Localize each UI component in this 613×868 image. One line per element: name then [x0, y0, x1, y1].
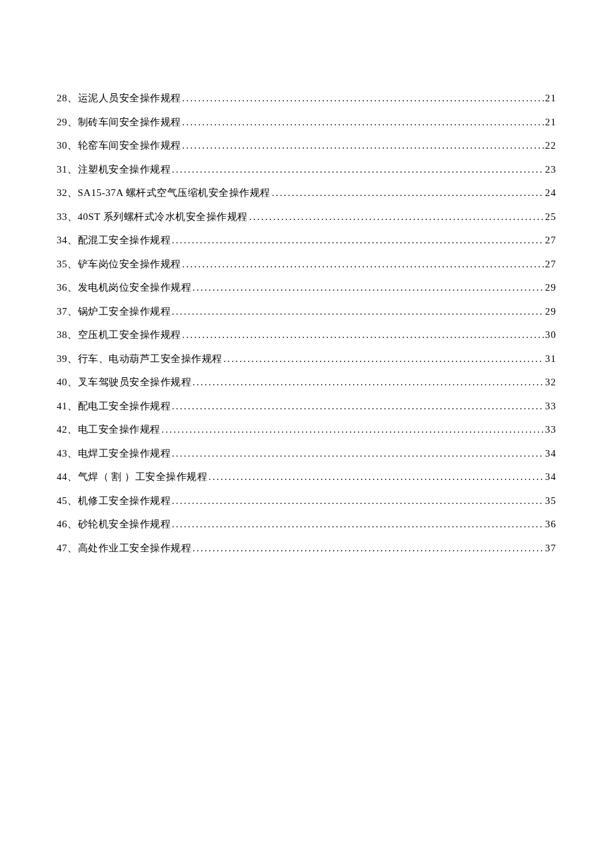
toc-entry-title: 注塑机安全操作规程 [78, 165, 171, 175]
toc-entry-title: 轮窑车间安全操作规程 [78, 141, 181, 151]
toc-entry-title: 气焊（ 割 ）工安全操作规程 [78, 472, 208, 482]
toc-entry-page: 27 [545, 259, 556, 269]
toc-entry-page: 22 [545, 141, 556, 151]
toc-entry-number: 43、 [57, 449, 78, 459]
toc-entry-title: 配电工安全操作规程 [78, 401, 171, 411]
toc-entry-page: 30 [545, 330, 556, 340]
toc-entry-page: 29 [545, 283, 556, 293]
toc-entry-number: 30、 [57, 141, 78, 151]
toc-entry-title: 配混工安全操作规程 [78, 235, 171, 245]
toc-entry-title: 行车、电动葫芦工安全操作规程 [78, 354, 223, 364]
toc-dots-leader [172, 165, 544, 175]
toc-entry-page: 21 [545, 117, 556, 127]
toc-entry: 32、SA15-37A 螺杆式空气压缩机安全操作规程 24 [57, 188, 556, 198]
toc-entry-number: 28、 [57, 93, 78, 103]
toc-entry: 33、40ST 系列螺杆式冷水机安全操作规程 25 [57, 212, 556, 222]
toc-dots-leader [249, 213, 544, 222]
toc-entry-title: 空压机工安全操作规程 [78, 330, 181, 340]
toc-entry: 42、电工安全操作规程33 [57, 425, 556, 435]
toc-entry: 38、空压机工安全操作规程30 [57, 330, 556, 340]
toc-entry-page: 29 [545, 307, 556, 317]
toc-entry-title: SA15-37A 螺杆式空气压缩机安全操作规程 [78, 188, 271, 198]
toc-entry-title: 电焊工安全操作规程 [78, 449, 171, 459]
toc-entry: 41、配电工安全操作规程33 [57, 401, 556, 411]
toc-entry-number: 34、 [57, 235, 78, 245]
toc-entry-title: 高处作业工安全操作规程 [78, 543, 192, 553]
toc-entry-number: 35、 [57, 259, 78, 269]
toc-dots-leader [183, 94, 544, 103]
toc-entry: 44、气焊（ 割 ）工安全操作规程34 [57, 472, 556, 482]
toc-entry-number: 41、 [57, 401, 78, 411]
table-of-contents: 28、运泥人员安全操作规程2129、制砖车间安全操作规程2130、轮窑车间安全操… [57, 93, 556, 553]
toc-entry-title: 叉车驾驶员安全操作规程 [78, 377, 192, 387]
toc-entry-title: 运泥人员安全操作规程 [78, 93, 181, 103]
toc-entry: 35、铲车岗位安全操作规程27 [57, 259, 556, 269]
toc-entry-page: 36 [545, 519, 556, 529]
toc-entry: 43、电焊工安全操作规程34 [57, 449, 556, 459]
toc-entry: 31、注塑机安全操作规程23 [57, 165, 556, 175]
toc-entry-number: 46、 [57, 519, 78, 529]
toc-entry-number: 33、 [57, 212, 78, 222]
toc-entry: 30、轮窑车间安全操作规程22 [57, 141, 556, 151]
toc-entry: 29、制砖车间安全操作规程21 [57, 117, 556, 127]
toc-entry-number: 47、 [57, 543, 78, 553]
toc-entry-page: 32 [545, 377, 556, 387]
toc-dots-leader [172, 520, 544, 529]
toc-dots-leader [172, 236, 544, 245]
toc-entry-number: 39、 [57, 354, 78, 364]
toc-entry-number: 45、 [57, 496, 78, 506]
toc-dots-leader [162, 425, 544, 435]
toc-entry-title: 40ST 系列螺杆式冷水机安全操作规程 [78, 212, 248, 222]
toc-entry-page: 35 [545, 496, 556, 506]
toc-entry: 45、机修工安全操作规程35 [57, 496, 556, 506]
toc-entry-page: 25 [545, 212, 556, 222]
toc-entry-title: 锅炉工安全操作规程 [78, 307, 171, 317]
toc-entry: 40、叉车驾驶员安全操作规程32 [57, 377, 556, 387]
toc-entry-title: 电工安全操作规程 [78, 425, 161, 435]
toc-dots-leader [183, 141, 544, 151]
toc-entry-page: 33 [545, 425, 556, 435]
toc-entry-title: 机修工安全操作规程 [78, 496, 171, 506]
toc-entry: 36、发电机岗位安全操作规程29 [57, 283, 556, 293]
toc-entry-number: 44、 [57, 472, 78, 482]
toc-entry-page: 24 [545, 188, 556, 198]
toc-entry-page: 37 [545, 543, 556, 553]
toc-entry-number: 31、 [57, 165, 78, 175]
toc-dots-leader [224, 355, 544, 364]
toc-entry: 37、锅炉工安全操作规程29 [57, 307, 556, 317]
toc-dots-leader [183, 331, 544, 340]
toc-entry-number: 37、 [57, 307, 78, 317]
toc-dots-leader [209, 473, 544, 482]
toc-entry-page: 34 [545, 472, 556, 482]
toc-dots-leader [183, 118, 544, 127]
toc-dots-leader [172, 497, 544, 506]
toc-entry: 28、运泥人员安全操作规程21 [57, 93, 556, 103]
toc-entry-page: 21 [545, 93, 556, 103]
toc-entry-title: 铲车岗位安全操作规程 [78, 259, 181, 269]
toc-dots-leader [193, 378, 544, 387]
toc-entry-title: 制砖车间安全操作规程 [78, 117, 181, 127]
toc-entry-number: 38、 [57, 330, 78, 340]
toc-entry-page: 31 [545, 354, 556, 364]
toc-entry-number: 29、 [57, 117, 78, 127]
toc-dots-leader [272, 189, 544, 198]
toc-dots-leader [172, 449, 544, 459]
toc-entry-number: 42、 [57, 425, 78, 435]
toc-entry-page: 34 [545, 449, 556, 459]
toc-entry: 47、高处作业工安全操作规程37 [57, 543, 556, 553]
toc-entry-number: 32、 [57, 188, 78, 198]
toc-entry: 34、配混工安全操作规程27 [57, 235, 556, 245]
toc-entry: 39、行车、电动葫芦工安全操作规程31 [57, 354, 556, 364]
toc-entry-page: 33 [545, 401, 556, 411]
toc-entry-number: 40、 [57, 377, 78, 387]
toc-entry-title: 砂轮机安全操作规程 [78, 519, 171, 529]
toc-dots-leader [193, 283, 544, 293]
toc-entry: 46、砂轮机安全操作规程36 [57, 519, 556, 529]
toc-entry-number: 36、 [57, 283, 78, 293]
toc-entry-page: 23 [545, 165, 556, 175]
toc-dots-leader [172, 307, 544, 317]
toc-entry-title: 发电机岗位安全操作规程 [78, 283, 192, 293]
toc-dots-leader [183, 260, 544, 269]
toc-dots-leader [193, 544, 544, 553]
toc-dots-leader [172, 402, 544, 411]
